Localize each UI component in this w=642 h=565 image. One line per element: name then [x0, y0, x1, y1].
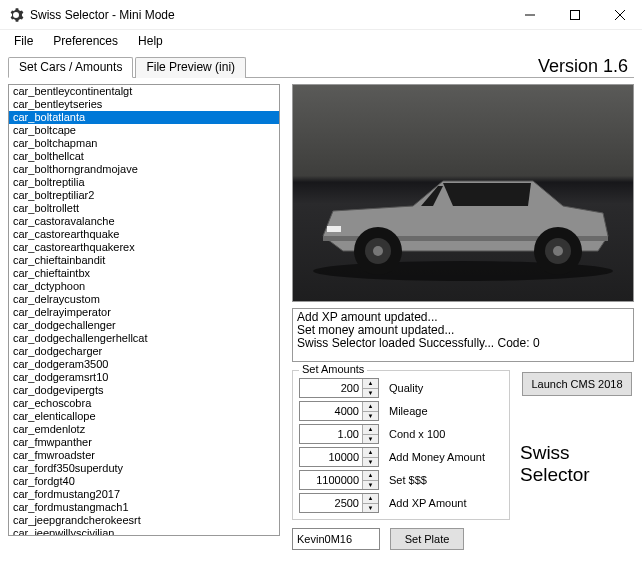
- svg-rect-5: [327, 226, 341, 232]
- xp-input[interactable]: [300, 494, 362, 512]
- mileage-label: Mileage: [389, 405, 428, 417]
- list-item[interactable]: car_elenticallope: [9, 410, 279, 423]
- car-listbox[interactable]: car_bentleycontinentalgtcar_bentleytseri…: [8, 84, 280, 536]
- minimize-button[interactable]: [507, 0, 552, 29]
- list-item[interactable]: car_chieftaintbx: [9, 267, 279, 280]
- setmoney-input[interactable]: [300, 471, 362, 489]
- setmoney-label: Set $$$: [389, 474, 427, 486]
- quality-stepper[interactable]: ▲▼: [362, 379, 378, 397]
- svg-point-8: [373, 246, 383, 256]
- list-item[interactable]: car_boltreptilia: [9, 176, 279, 189]
- quality-label: Quality: [389, 382, 423, 394]
- list-item[interactable]: car_emdenlotz: [9, 423, 279, 436]
- menu-help[interactable]: Help: [128, 32, 173, 50]
- menu-file[interactable]: File: [4, 32, 43, 50]
- close-button[interactable]: [597, 0, 642, 29]
- list-item[interactable]: car_castorearthquakerex: [9, 241, 279, 254]
- svg-rect-1: [570, 10, 579, 19]
- tab-file-preview[interactable]: File Preview (ini): [135, 57, 246, 78]
- tabstrip: Set Cars / Amounts File Preview (ini) Ve…: [8, 56, 634, 78]
- titlebar: Swiss Selector - Mini Mode: [0, 0, 642, 30]
- money-label: Add Money Amount: [389, 451, 485, 463]
- svg-line-3: [615, 10, 625, 20]
- list-item[interactable]: car_delraycustom: [9, 293, 279, 306]
- list-item[interactable]: car_fordmustang2017: [9, 488, 279, 501]
- mileage-input[interactable]: [300, 402, 362, 420]
- setmoney-stepper[interactable]: ▲▼: [362, 471, 378, 489]
- list-item[interactable]: car_fordf350superduty: [9, 462, 279, 475]
- gear-icon: [8, 7, 24, 23]
- list-item[interactable]: car_fmwroadster: [9, 449, 279, 462]
- brand-label: Swiss Selector: [520, 442, 634, 486]
- svg-point-11: [553, 246, 563, 256]
- list-item[interactable]: car_castorearthquake: [9, 228, 279, 241]
- list-item[interactable]: car_echoscobra: [9, 397, 279, 410]
- list-item[interactable]: car_fmwpanther: [9, 436, 279, 449]
- mileage-stepper[interactable]: ▲▼: [362, 402, 378, 420]
- menubar: File Preferences Help: [0, 30, 642, 52]
- log-line: Swiss Selector loaded Successfully... Co…: [297, 337, 629, 350]
- list-item[interactable]: car_bolthorngrandmojave: [9, 163, 279, 176]
- list-item[interactable]: car_dodgeram3500: [9, 358, 279, 371]
- list-item[interactable]: car_bolthellcat: [9, 150, 279, 163]
- menu-preferences[interactable]: Preferences: [43, 32, 128, 50]
- list-item[interactable]: car_boltreptiliar2: [9, 189, 279, 202]
- money-stepper[interactable]: ▲▼: [362, 448, 378, 466]
- list-item[interactable]: car_dodgeramsrt10: [9, 371, 279, 384]
- list-item[interactable]: car_boltrollett: [9, 202, 279, 215]
- list-item[interactable]: car_bentleytseries: [9, 98, 279, 111]
- list-item[interactable]: car_boltchapman: [9, 137, 279, 150]
- list-item[interactable]: car_chieftainbandit: [9, 254, 279, 267]
- version-label: Version 1.6: [538, 56, 634, 77]
- svg-line-2: [615, 10, 625, 20]
- set-plate-button[interactable]: Set Plate: [390, 528, 464, 550]
- cond-stepper[interactable]: ▲▼: [362, 425, 378, 443]
- list-item[interactable]: car_dodgechallenger: [9, 319, 279, 332]
- maximize-button[interactable]: [552, 0, 597, 29]
- set-amounts-legend: Set Amounts: [299, 363, 367, 375]
- list-item[interactable]: car_dctyphoon: [9, 280, 279, 293]
- list-item[interactable]: car_jeepwillyscivilian: [9, 527, 279, 536]
- list-item[interactable]: car_castoravalanche: [9, 215, 279, 228]
- list-item[interactable]: car_fordgt40: [9, 475, 279, 488]
- launch-button[interactable]: Launch CMS 2018: [522, 372, 632, 396]
- window-title: Swiss Selector - Mini Mode: [30, 8, 507, 22]
- plate-input[interactable]: [292, 528, 380, 550]
- set-amounts-group: Set Amounts ▲▼Quality ▲▼Mileage ▲▼Cond x…: [292, 370, 510, 520]
- log-textbox[interactable]: Add XP amount updated... Set money amoun…: [292, 308, 634, 362]
- car-preview: [292, 84, 634, 302]
- money-input[interactable]: [300, 448, 362, 466]
- list-item[interactable]: car_dodgechallengerhellcat: [9, 332, 279, 345]
- cond-input[interactable]: [300, 425, 362, 443]
- cond-label: Cond x 100: [389, 428, 445, 440]
- tab-set-cars[interactable]: Set Cars / Amounts: [8, 57, 133, 78]
- xp-label: Add XP Amount: [389, 497, 466, 509]
- list-item[interactable]: car_fordmustangmach1: [9, 501, 279, 514]
- quality-input[interactable]: [300, 379, 362, 397]
- list-item[interactable]: car_bentleycontinentalgt: [9, 85, 279, 98]
- list-item[interactable]: car_dodgevipergts: [9, 384, 279, 397]
- xp-stepper[interactable]: ▲▼: [362, 494, 378, 512]
- list-item[interactable]: car_dodgecharger: [9, 345, 279, 358]
- list-item[interactable]: car_delrayimperator: [9, 306, 279, 319]
- list-item[interactable]: car_boltatlanta: [9, 111, 279, 124]
- list-item[interactable]: car_jeepgrandcherokeesrt: [9, 514, 279, 527]
- list-item[interactable]: car_boltcape: [9, 124, 279, 137]
